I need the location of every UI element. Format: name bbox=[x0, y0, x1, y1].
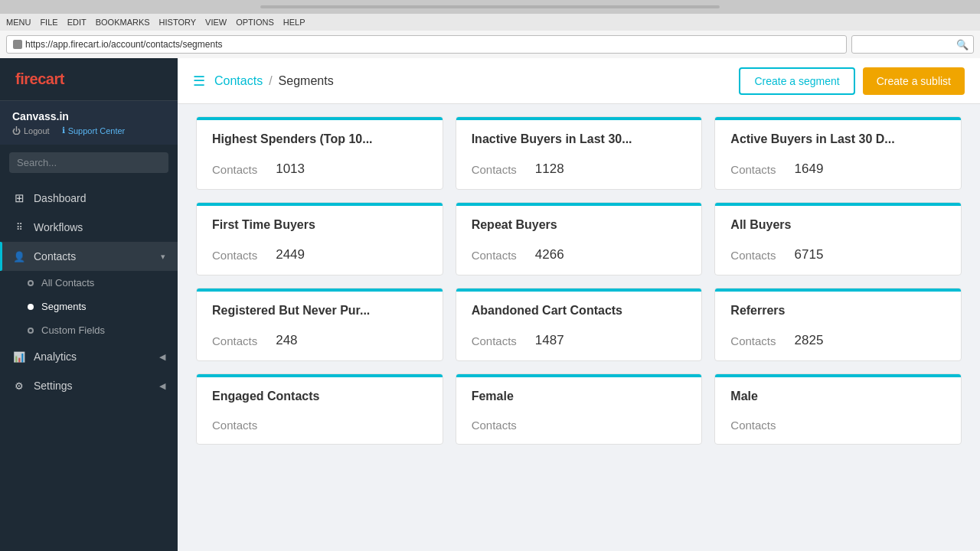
sidebar-item-analytics-label: Analytics bbox=[34, 350, 152, 363]
segment-card-title: First Time Buyers bbox=[212, 218, 427, 232]
browser-address-bar: https://app.firecart.io/account/contacts… bbox=[0, 31, 980, 58]
segment-card-stats: Contacts2449 bbox=[212, 247, 427, 262]
segment-card-stats: Contacts1128 bbox=[472, 161, 687, 177]
sidebar-nav: ⊞ Dashboard ⠿ Workflows 👤 Contacts ▾ All… bbox=[0, 181, 178, 551]
browser-top-bar-decoration bbox=[260, 5, 720, 8]
support-label: Support Center bbox=[68, 126, 126, 135]
sidebar-item-segments-label: Segments bbox=[41, 301, 87, 312]
segment-card-title: Abandoned Cart Contacts bbox=[472, 304, 687, 318]
subitem-dot-segments bbox=[28, 304, 34, 310]
sidebar-item-dashboard-label: Dashboard bbox=[34, 192, 165, 204]
segment-card-title: Female bbox=[472, 390, 687, 403]
logout-label: Logout bbox=[24, 126, 50, 135]
segment-card-title: Registered But Never Pur... bbox=[212, 304, 427, 318]
browser-search-box[interactable]: 🔍 bbox=[851, 35, 974, 54]
workflows-icon: ⠿ bbox=[12, 220, 26, 234]
menu-item-menu[interactable]: MENU bbox=[6, 18, 31, 27]
logout-button[interactable]: ⏻ Logout bbox=[12, 126, 50, 135]
menu-item-bookmarks[interactable]: BOOKMARKS bbox=[96, 18, 150, 27]
analytics-icon: 📊 bbox=[12, 350, 26, 364]
sidebar-username: Canvass.in bbox=[12, 110, 165, 122]
sidebar-item-settings[interactable]: ⚙ Settings ◀ bbox=[0, 371, 178, 400]
sidebar-item-dashboard[interactable]: ⊞ Dashboard bbox=[0, 184, 178, 213]
segment-contacts-label: Contacts bbox=[730, 419, 776, 432]
menu-item-file[interactable]: FILE bbox=[40, 18, 57, 27]
subitem-dot-custom-fields bbox=[28, 328, 34, 334]
segment-contacts-count: 1013 bbox=[276, 161, 305, 177]
segment-contacts-count: 1128 bbox=[535, 161, 564, 177]
segment-card[interactable]: Abandoned Cart ContactsContacts1487 bbox=[456, 288, 703, 361]
segment-contacts-label: Contacts bbox=[212, 163, 257, 176]
segment-contacts-count: 248 bbox=[276, 333, 297, 348]
create-sublist-button[interactable]: Create a sublist bbox=[863, 67, 965, 95]
segment-card[interactable]: MaleContacts bbox=[714, 373, 962, 445]
sidebar-search bbox=[0, 145, 178, 181]
app-container: firecart Canvass.in ⏻ Logout ℹ Support C… bbox=[0, 58, 980, 551]
segment-card-stats: Contacts bbox=[472, 419, 687, 432]
sidebar-user-actions: ⏻ Logout ℹ Support Center bbox=[12, 126, 165, 135]
segment-card[interactable]: Registered But Never Pur...Contacts248 bbox=[196, 288, 443, 361]
menu-item-view[interactable]: VIEW bbox=[205, 18, 227, 27]
segment-card-title: Active Buyers in Last 30 D... bbox=[730, 132, 946, 146]
segment-card[interactable]: Repeat BuyersContacts4266 bbox=[456, 202, 703, 276]
segment-card[interactable]: Active Buyers in Last 30 D...Contacts164… bbox=[714, 116, 962, 190]
segment-card[interactable]: FemaleContacts bbox=[456, 373, 703, 445]
brand-logo-text: irecart bbox=[20, 70, 64, 87]
segment-contacts-count: 2449 bbox=[276, 247, 305, 262]
menu-item-help[interactable]: HELP bbox=[283, 18, 305, 27]
segment-contacts-label: Contacts bbox=[212, 334, 257, 347]
segment-card-stats: Contacts248 bbox=[212, 333, 427, 348]
segment-card-stats: Contacts1487 bbox=[472, 333, 687, 348]
sidebar-item-segments[interactable]: Segments bbox=[0, 295, 178, 318]
support-center-link[interactable]: ℹ Support Center bbox=[62, 126, 126, 135]
contacts-icon: 👤 bbox=[12, 249, 26, 263]
sidebar-item-all-contacts[interactable]: All Contacts bbox=[0, 271, 178, 295]
menu-item-history[interactable]: HISTORY bbox=[159, 18, 197, 27]
create-segment-button[interactable]: Create a segment bbox=[739, 67, 854, 95]
segment-card-stats: Contacts2825 bbox=[730, 333, 946, 348]
address-url: https://app.firecart.io/account/contacts… bbox=[25, 39, 222, 50]
segment-card[interactable]: ReferrersContacts2825 bbox=[714, 288, 962, 361]
active-indicator bbox=[0, 242, 2, 271]
breadcrumb-contacts-link[interactable]: Contacts bbox=[214, 74, 263, 88]
breadcrumb-separator: / bbox=[269, 74, 272, 88]
header-left: ☰ Contacts / Segments bbox=[193, 73, 334, 90]
segment-card-title: Repeat Buyers bbox=[472, 218, 687, 232]
sidebar-item-custom-fields[interactable]: Custom Fields bbox=[0, 318, 178, 342]
segment-card[interactable]: Engaged ContactsContacts bbox=[196, 373, 443, 445]
segment-card[interactable]: All BuyersContacts6715 bbox=[714, 202, 962, 276]
segment-card[interactable]: Highest Spenders (Top 10...Contacts1013 bbox=[196, 116, 443, 190]
address-bar-input[interactable]: https://app.firecart.io/account/contacts… bbox=[6, 35, 847, 54]
sidebar-user-section: Canvass.in ⏻ Logout ℹ Support Center bbox=[0, 101, 178, 145]
hamburger-icon[interactable]: ☰ bbox=[193, 73, 205, 90]
segment-card-body: Engaged ContactsContacts bbox=[197, 377, 443, 444]
segment-card-body: ReferrersContacts2825 bbox=[715, 292, 961, 360]
segment-card-body: All BuyersContacts6715 bbox=[715, 206, 961, 275]
sidebar-item-contacts[interactable]: 👤 Contacts ▾ bbox=[0, 242, 178, 271]
segment-card[interactable]: Inactive Buyers in Last 30...Contacts112… bbox=[456, 116, 703, 190]
segment-contacts-count: 1487 bbox=[535, 333, 564, 348]
segment-card[interactable]: First Time BuyersContacts2449 bbox=[196, 202, 443, 276]
segment-contacts-label: Contacts bbox=[730, 163, 776, 176]
segments-grid: Highest Spenders (Top 10...Contacts1013I… bbox=[196, 116, 962, 445]
segment-card-body: Abandoned Cart ContactsContacts1487 bbox=[456, 292, 702, 360]
segment-card-body: Inactive Buyers in Last 30...Contacts112… bbox=[456, 120, 702, 189]
menu-item-options[interactable]: OPTIONS bbox=[236, 18, 274, 27]
segment-card-title: Engaged Contacts bbox=[212, 390, 427, 403]
sidebar-item-workflows-label: Workflows bbox=[34, 221, 165, 233]
contacts-subitems: All Contacts Segments Custom Fields bbox=[0, 271, 178, 342]
segment-card-body: Repeat BuyersContacts4266 bbox=[456, 206, 702, 275]
segment-card-stats: Contacts bbox=[212, 419, 427, 432]
segment-card-body: Active Buyers in Last 30 D...Contacts164… bbox=[715, 120, 961, 189]
header-actions: Create a segment Create a sublist bbox=[739, 67, 965, 95]
sidebar-item-analytics[interactable]: 📊 Analytics ◀ bbox=[0, 342, 178, 371]
menu-item-edit[interactable]: EDIT bbox=[67, 18, 87, 27]
segment-contacts-count: 4266 bbox=[535, 247, 564, 262]
dashboard-icon: ⊞ bbox=[12, 191, 26, 205]
breadcrumb: Contacts / Segments bbox=[214, 74, 334, 88]
favicon bbox=[13, 40, 22, 49]
search-input[interactable] bbox=[9, 152, 168, 173]
segment-card-stats: Contacts6715 bbox=[730, 247, 946, 262]
sidebar-item-workflows[interactable]: ⠿ Workflows bbox=[0, 213, 178, 242]
segment-card-title: All Buyers bbox=[730, 218, 946, 232]
